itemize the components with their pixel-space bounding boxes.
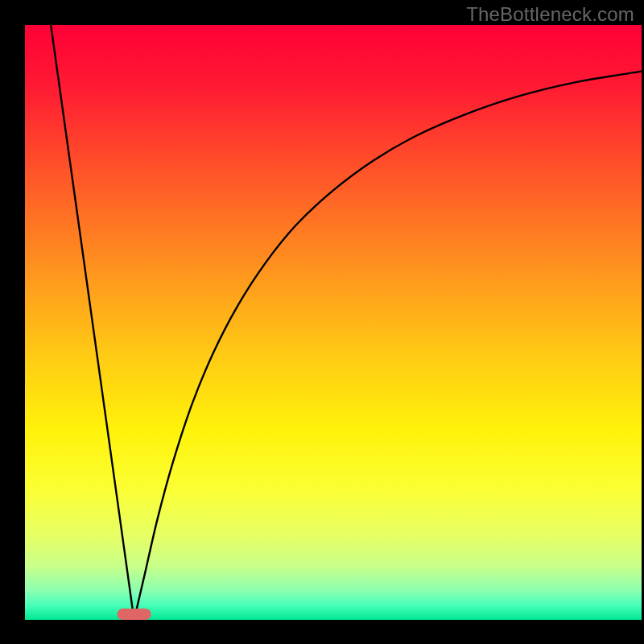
chart-svg <box>0 0 644 644</box>
chart-frame: TheBottleneck.com <box>0 0 644 644</box>
performance-marker <box>118 609 151 620</box>
watermark-text: TheBottleneck.com <box>466 3 634 26</box>
plot-background <box>25 25 642 620</box>
